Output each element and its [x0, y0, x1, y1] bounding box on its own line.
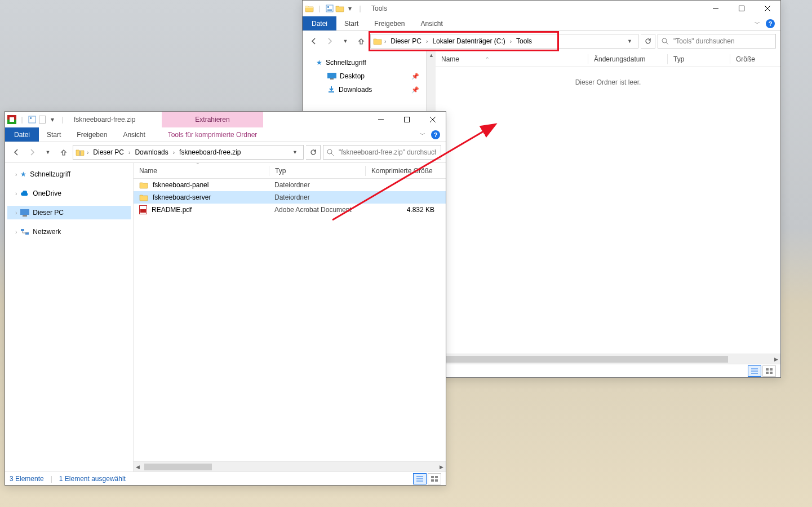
breadcrumb-item[interactable]: Downloads: [132, 148, 170, 156]
folder-icon: [139, 181, 148, 189]
close-button[interactable]: [755, 1, 780, 16]
nav-quick-access[interactable]: ★ Schnellzugriff: [305, 56, 424, 69]
breadcrumb-item[interactable]: Lokaler Datenträger (C:): [430, 37, 507, 45]
column-type[interactable]: Typ: [668, 55, 730, 63]
breadcrumb-item[interactable]: Dieser PC: [91, 148, 126, 156]
nav-onedrive[interactable]: › OneDrive: [7, 187, 131, 200]
address-bar[interactable]: › Dieser PC › Lokaler Datenträger (C:) ›…: [370, 34, 638, 49]
refresh-button[interactable]: [306, 145, 321, 160]
address-dropdown-icon[interactable]: ▼: [289, 149, 301, 155]
column-name[interactable]: Name⌃: [436, 55, 588, 63]
list-item[interactable]: fskneeboard-server Dateiordner: [134, 191, 446, 204]
pin-icon[interactable]: 📌: [411, 86, 419, 94]
column-compressed-size[interactable]: Komprimierte Größe: [366, 167, 446, 175]
properties-icon[interactable]: [28, 115, 37, 124]
ribbon-tab-start[interactable]: Start: [39, 127, 69, 142]
help-icon[interactable]: ?: [431, 130, 440, 139]
ribbon-tab-share[interactable]: Freigeben: [366, 16, 412, 30]
search-input[interactable]: [338, 148, 437, 157]
folder-icon[interactable]: [335, 4, 344, 13]
properties-icon[interactable]: [325, 4, 334, 13]
ribbon-tab-file[interactable]: Datei: [303, 16, 336, 30]
navigation-pane[interactable]: › ★ Schnellzugriff › OneDrive › Dieser P…: [5, 163, 134, 471]
file-type: Dateiordner: [269, 181, 365, 189]
help-icon[interactable]: ?: [766, 19, 775, 28]
chevron-right-icon[interactable]: ›: [509, 38, 513, 45]
nav-row: ▼ › Dieser PC › Downloads › fskneeboard-…: [5, 142, 446, 162]
nav-forward-button[interactable]: [25, 146, 39, 159]
chevron-right-icon[interactable]: ›: [15, 210, 17, 216]
chevron-right-icon[interactable]: ›: [383, 38, 387, 45]
column-size[interactable]: Größe: [730, 55, 780, 63]
maximize-button[interactable]: [394, 112, 420, 127]
chevron-right-icon[interactable]: ›: [15, 229, 17, 235]
view-thumbnails-button[interactable]: [428, 473, 441, 484]
view-details-button[interactable]: [413, 473, 427, 484]
column-type[interactable]: Typ: [269, 167, 365, 175]
nav-network[interactable]: › Netzwerk: [7, 225, 131, 239]
search-box[interactable]: [323, 145, 441, 160]
titlebar[interactable]: | ▾ | fskneeboard-free.zip Extrahieren: [5, 112, 446, 127]
column-name[interactable]: Name: [134, 167, 269, 175]
list-item[interactable]: README.pdf Adobe Acrobat Document 4.832 …: [134, 204, 446, 216]
ribbon-tab-file[interactable]: Datei: [5, 127, 39, 142]
chevron-right-icon[interactable]: ›: [15, 171, 17, 178]
minimize-button[interactable]: [703, 1, 729, 16]
address-bar[interactable]: › Dieser PC › Downloads › fskneeboard-fr…: [73, 145, 304, 160]
ribbon-tab-view[interactable]: Ansicht: [412, 16, 450, 30]
list-item[interactable]: fskneeboard-panel Dateiordner: [134, 179, 446, 191]
column-modified[interactable]: Änderungsdatum: [588, 55, 667, 63]
file-list[interactable]: fskneeboard-panel Dateiordner fskneeboar…: [134, 179, 446, 461]
content-pane[interactable]: Name⌃ Änderungsdatum Typ Größe Dieser Or…: [436, 51, 780, 364]
nav-label: Schnellzugriff: [30, 170, 70, 178]
maximize-button[interactable]: [729, 1, 755, 16]
qat-dropdown-icon[interactable]: ▾: [345, 4, 354, 13]
search-input[interactable]: [672, 37, 772, 46]
nav-this-pc[interactable]: › Dieser PC: [7, 206, 131, 219]
chevron-right-icon[interactable]: ›: [127, 149, 131, 156]
column-headers[interactable]: Name Typ Komprimierte Größe ⌃: [134, 163, 446, 179]
refresh-button[interactable]: [641, 34, 655, 49]
context-subtab[interactable]: Tools für komprimierte Ordner: [162, 127, 263, 142]
nav-quick-access[interactable]: › ★ Schnellzugriff: [7, 167, 131, 181]
content-pane[interactable]: Name Typ Komprimierte Größe ⌃ fskneeboar…: [134, 163, 446, 471]
minimize-button[interactable]: [368, 112, 394, 127]
svg-rect-44: [435, 479, 438, 482]
breadcrumb-item[interactable]: fskneeboard-free.zip: [177, 148, 243, 156]
ribbon-tab-share[interactable]: Freigeben: [69, 127, 115, 142]
qat-dropdown-icon[interactable]: ▾: [48, 115, 57, 124]
nav-up-button[interactable]: [57, 146, 70, 159]
view-thumbnails-button[interactable]: [762, 365, 776, 377]
ribbon-expand-icon[interactable]: ﹀: [755, 20, 760, 28]
close-button[interactable]: [420, 112, 446, 127]
chevron-right-icon[interactable]: ›: [15, 191, 17, 197]
nav-back-button[interactable]: [307, 34, 321, 48]
column-headers[interactable]: Name⌃ Änderungsdatum Typ Größe: [436, 51, 780, 67]
nav-back-button[interactable]: [10, 146, 23, 159]
chevron-right-icon[interactable]: ›: [172, 149, 176, 156]
context-tab-header[interactable]: Extrahieren: [162, 112, 263, 127]
ribbon-expand-icon[interactable]: ﹀: [420, 131, 425, 139]
address-dropdown-icon[interactable]: ▼: [624, 38, 636, 44]
search-box[interactable]: [658, 34, 776, 49]
pin-icon[interactable]: 📌: [411, 73, 419, 80]
new-file-icon[interactable]: [38, 115, 47, 124]
ribbon-tab-view[interactable]: Ansicht: [115, 127, 153, 142]
chevron-right-icon[interactable]: ›: [86, 149, 90, 156]
nav-item-desktop[interactable]: Desktop 📌: [305, 69, 424, 83]
horizontal-scrollbar[interactable]: ◀▶: [436, 354, 780, 364]
svg-rect-43: [431, 479, 434, 482]
chevron-right-icon[interactable]: ›: [425, 38, 429, 45]
nav-label: Schnellzugriff: [326, 59, 366, 67]
horizontal-scrollbar[interactable]: ◀▶: [134, 461, 446, 471]
ribbon-tab-start[interactable]: Start: [336, 16, 366, 30]
titlebar[interactable]: | ▾ | Tools: [303, 1, 780, 16]
breadcrumb-item[interactable]: Tools: [514, 37, 534, 45]
view-details-button[interactable]: [748, 365, 761, 377]
nav-recent-dropdown[interactable]: ▼: [41, 146, 55, 159]
breadcrumb-item[interactable]: Dieser PC: [388, 37, 424, 45]
nav-up-button[interactable]: [354, 34, 368, 48]
nav-item-downloads[interactable]: Downloads 📌: [305, 83, 424, 96]
nav-recent-dropdown[interactable]: ▼: [339, 34, 352, 48]
nav-forward-button[interactable]: [323, 34, 336, 48]
